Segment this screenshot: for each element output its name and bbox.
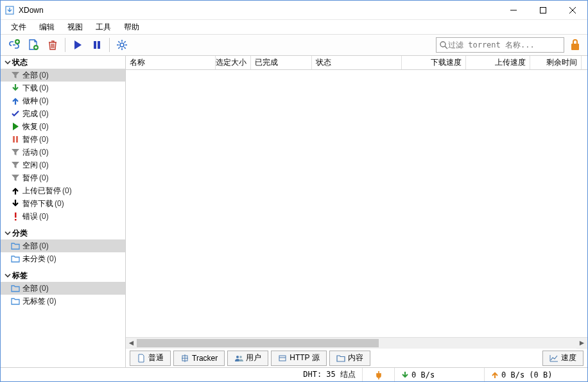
menubar: 文件编辑视图工具帮助 [1,20,587,34]
filter-resume[interactable]: 恢复 (0) [1,120,125,133]
tab-label: HTTP 源 [290,352,319,363]
filter-done[interactable]: 完成 (0) [1,107,125,120]
tab-http[interactable]: HTTP 源 [271,351,326,366]
sidebar: 状态全部 (0)下载 (0)做种 (0)完成 (0)恢复 (0)暂停 (0)活动… [1,56,126,367]
filter-paused[interactable]: 暂停 (0) [1,133,125,146]
chevron-down-icon [3,59,12,65]
filter-all[interactable]: 全部 (0) [1,69,125,82]
svg-point-18 [440,42,445,47]
sidebar-item-label: 做种 [22,96,38,107]
column-header-2[interactable]: 已完成 [251,56,312,69]
tab-label: 用户 [246,352,261,363]
svg-rect-20 [571,44,579,50]
tab-speed[interactable]: 速度 [542,351,584,366]
window-buttons [499,1,587,20]
sidebar-item-label: 下载 [22,83,38,94]
tab-general[interactable]: 普通 [130,351,171,366]
column-header-4[interactable]: 下载速度 [402,56,466,69]
minimize-button[interactable] [499,1,528,20]
svg-rect-22 [16,136,18,143]
filter-seed[interactable]: 做种 (0) [1,94,125,107]
cat-uncat[interactable]: 未分类 (0) [1,252,125,265]
column-header-3[interactable]: 状态 [312,56,402,69]
folder-icon [10,255,21,263]
horizontal-scrollbar[interactable]: ◄ ► [126,337,587,348]
svg-line-19 [445,46,447,49]
sidebar-item-label: 恢复 [22,121,38,132]
status-dht: DHT: 35 结点 [297,368,363,381]
folder-icon [10,242,21,250]
svg-line-14 [118,41,119,42]
sidebar-item-count: (0) [39,173,49,182]
start-button[interactable] [68,36,87,54]
section-header-1[interactable]: 分类 [1,227,125,239]
http-icon [278,354,287,363]
tab-label: 普通 [148,352,164,363]
maximize-button[interactable] [528,1,558,20]
filter-up-paused[interactable]: 上传已暂停 (0) [1,184,125,197]
filter-paused2[interactable]: 暂停 (0) [1,171,125,184]
status-disk[interactable] [363,368,395,381]
settings-button[interactable] [112,36,132,54]
scrollbar-thumb[interactable] [137,339,379,347]
svg-rect-7 [94,41,96,49]
filter-idle[interactable]: 空闲 (0) [1,159,125,171]
column-header-0[interactable]: 名称 [126,56,216,69]
tab-label: 速度 [561,352,576,363]
status-upload-speed[interactable]: 0 B/s (0 B) [485,368,587,381]
window-title: XDown [19,6,499,15]
filter-error[interactable]: 错误 (0) [1,210,125,223]
folder-icon [10,284,21,292]
svg-rect-8 [98,41,100,49]
column-header-5[interactable]: 上传速度 [466,56,530,69]
filter-dl-paused[interactable]: 暂停下载 (0) [1,197,125,210]
sidebar-item-label: 错误 [22,211,38,222]
scrollbar-right-arrow[interactable]: ► [576,338,587,349]
sidebar-item-count: (0) [62,186,72,195]
section-header-2[interactable]: 标签 [1,269,125,282]
arrow-up-icon [491,371,499,379]
tab-users[interactable]: 用户 [227,351,268,366]
section-header-0[interactable]: 状态 [1,56,125,69]
delete-button[interactable] [43,36,62,54]
menu-item-2[interactable]: 视图 [61,21,89,34]
funnel-icon [10,161,21,169]
menu-item-3[interactable]: 工具 [89,21,117,34]
status-download-speed[interactable]: 0 B/s [395,368,485,381]
main-panel: 名称选定大小已完成状态下载速度上传速度剩余时间 ◄ ► 普通Tracker用户H… [126,56,587,367]
sidebar-item-count: (0) [39,135,49,144]
tab-content[interactable]: 内容 [329,351,370,366]
menu-item-0[interactable]: 文件 [4,21,33,34]
column-header-6[interactable]: 剩余时间 [530,56,582,69]
sidebar-item-label: 上传已暂停 [22,186,61,196]
column-header-1[interactable]: 选定大小 [216,56,251,69]
tag-notag[interactable]: 无标签 (0) [1,295,125,308]
sidebar-item-label: 暂停 [22,134,38,145]
plug-icon [375,370,383,379]
pause-button[interactable] [87,36,107,54]
menu-item-1[interactable]: 编辑 [33,21,61,34]
tracker-icon [180,354,189,363]
sidebar-item-count: (0) [39,96,49,105]
cat-all[interactable]: 全部 (0) [1,239,125,252]
list-body[interactable] [126,70,587,337]
tab-tracker[interactable]: Tracker [173,351,225,366]
search-box[interactable] [436,37,564,53]
sidebar-item-label: 全部 [22,283,38,294]
play-icon [10,122,21,131]
users-icon [234,354,243,362]
search-input[interactable] [448,40,561,49]
lock-icon[interactable] [567,39,584,51]
add-link-button[interactable] [4,36,24,54]
chevron-down-icon [3,230,12,236]
pause-icon [10,135,21,144]
menu-item-4[interactable]: 帮助 [117,21,146,34]
scrollbar-left-arrow[interactable]: ◄ [126,338,137,349]
scrollbar-track[interactable] [137,338,576,349]
sidebar-item-label: 空闲 [22,160,38,171]
close-button[interactable] [558,1,587,20]
tag-all[interactable]: 全部 (0) [1,282,125,295]
add-file-button[interactable] [24,36,43,54]
filter-download[interactable]: 下载 (0) [1,82,125,94]
filter-active[interactable]: 活动 (0) [1,146,125,159]
